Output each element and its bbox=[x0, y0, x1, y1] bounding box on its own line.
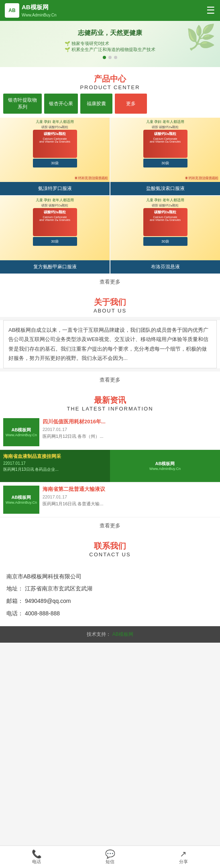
news-featured-desc: 医药网1月13日讯 各药品企业... bbox=[3, 467, 107, 472]
product-label-area-3: 复方氨酚甲麻口服液 bbox=[0, 260, 110, 274]
contact-email-label: 邮箱： bbox=[6, 598, 23, 604]
contact-phone-value: 4008-888-888 bbox=[25, 610, 60, 617]
dot-1 bbox=[103, 56, 106, 59]
product-title-cn: 产品中心 bbox=[0, 74, 220, 84]
logo-icon: AB bbox=[5, 3, 19, 18]
about-title-en: ABOUT US bbox=[0, 308, 220, 314]
bullet-1: 🌱 独家专项研究0技术 bbox=[65, 41, 155, 47]
footer: 技术支持： AB模板网 bbox=[0, 626, 220, 643]
banner-dots bbox=[8, 56, 212, 59]
contact-address: 地址： 江苏省南京市玄武区玄武湖 bbox=[6, 582, 214, 595]
product-center-title: 产品中心 PRODUCT CENTER bbox=[0, 67, 220, 94]
news-title-cn: 最新资讯 bbox=[0, 395, 220, 406]
logo-abbr: AB bbox=[8, 8, 15, 13]
product-label-4: 布洛芬混悬液 bbox=[113, 263, 218, 270]
contact-title-en: CONTACT US bbox=[6, 551, 214, 558]
dot-3 bbox=[114, 56, 117, 59]
view-more-about[interactable]: 查看更多 bbox=[0, 372, 220, 388]
product-grid: 儿童 孕妇 老年人都适用 磺胺 碳酸钙D₃颗粒 碳酸钙D₃颗粒 Calcium … bbox=[0, 118, 220, 274]
contact-title-section: 联系我们 CONTACT US bbox=[0, 534, 220, 564]
product-image-1: 儿童 孕妇 老年人都适用 磺胺 碳酸钙D₃颗粒 碳酸钙D₃颗粒 Calcium … bbox=[0, 118, 110, 182]
about-section: AB模板网自成立以来，一直专注于互联网品牌建设，我们团队的成员曾务于国内优秀广告… bbox=[0, 320, 220, 368]
menu-button[interactable]: ☰ bbox=[206, 5, 215, 16]
logo-sub: Www.AdminBuy.Cn bbox=[22, 13, 57, 17]
product-item-1[interactable]: 儿童 孕妇 老年人都适用 磺胺 碳酸钙D₃颗粒 碳酸钙D₃颗粒 Calcium … bbox=[0, 118, 110, 195]
dot-2 bbox=[108, 56, 112, 59]
contact-phone-label: 电话： bbox=[6, 610, 23, 617]
header: AB AB模板网 Www.AdminBuy.Cn ☰ bbox=[0, 0, 220, 21]
product-item-2[interactable]: 儿童 孕妇 老年人都适用 磺胺 碳酸钙D₃颗粒 碳酸钙D₃颗粒 Calcium … bbox=[110, 118, 220, 195]
news-item-3[interactable]: AB模板网 Www.AdminBuy.Cn 海南省第二批普通大输液议 22017… bbox=[0, 482, 220, 517]
news-desc-3: 医药网1月16日讯 各普通大输... bbox=[43, 501, 217, 507]
product-badge-text-4: 儿童 孕妇 老年人都适用 bbox=[110, 198, 220, 203]
tab-more[interactable]: 更多 bbox=[115, 94, 147, 114]
view-more-products[interactable]: 查看更多 bbox=[0, 274, 220, 290]
news-thumb-1: AB模板网 Www.AdminBuy.Cn bbox=[3, 418, 39, 446]
news-list: AB模板网 Www.AdminBuy.Cn 四川低值医用耗材2016年... 2… bbox=[0, 415, 220, 517]
contact-email-value: 9490489@qq.com bbox=[25, 598, 71, 604]
product-item-4[interactable]: 儿童 孕妇 老年人都适用 磺胺 碳酸钙D₃颗粒 碳酸钙D₃颗粒 Calcium … bbox=[110, 196, 220, 274]
logo-text-area: AB模板网 Www.AdminBuy.Cn bbox=[22, 4, 57, 18]
hero-banner: 🌿 志健药业，天然更健康 🌱 独家专项研究0技术 🌱 积累全生产广泛和海道的植物… bbox=[0, 21, 220, 67]
news-item-1[interactable]: AB模板网 Www.AdminBuy.Cn 四川低值医用耗材2016年... 2… bbox=[0, 415, 220, 450]
product-title-en: PRODUCT CENTER bbox=[0, 84, 220, 90]
tab-yinxing[interactable]: 银杏开心果 bbox=[44, 94, 78, 114]
contact-title-cn: 联系我们 bbox=[6, 541, 214, 551]
view-more-news[interactable]: 查看更多 bbox=[0, 517, 220, 534]
product-label-1: 氨溴特罗口服液 bbox=[2, 185, 107, 192]
product-image-2: 儿童 孕妇 老年人都适用 磺胺 碳酸钙D₃颗粒 碳酸钙D₃颗粒 Calcium … bbox=[110, 118, 220, 182]
banner-bullets: 🌱 独家专项研究0技术 🌱 积累全生产广泛和海道的植物提取生产技术 bbox=[65, 41, 155, 53]
bullet-2: 🌱 积累全生产广泛和海道的植物提取生产技术 bbox=[65, 47, 155, 53]
banner-title: 志健药业，天然更健康 bbox=[8, 29, 212, 37]
about-title: 关于我们 ABOUT US bbox=[0, 290, 220, 317]
news-featured-date: 22017.01.17 bbox=[3, 461, 107, 466]
product-tabs: 银杏叶提取物系列 银杏开心果 福康胶囊 更多 bbox=[0, 94, 220, 118]
news-featured-title: 海南省血液制品直接挂网采 bbox=[3, 453, 107, 460]
news-thumb-2: AB模板网 Www.AdminBuy.Cn bbox=[110, 450, 220, 482]
product-item-3[interactable]: 儿童 孕妇 老年人都适用 磺胺 碳酸钙D₃颗粒 碳酸钙D₃颗粒 Calcium … bbox=[0, 196, 110, 274]
footer-link[interactable]: AB模板网 bbox=[112, 631, 133, 637]
product-badge-text-1: 儿童 孕妇 老年人都适用 bbox=[0, 119, 110, 125]
news-title: 最新资讯 THE LATEST INFORMATION bbox=[0, 388, 220, 415]
product-image-3: 儿童 孕妇 老年人都适用 磺胺 碳酸钙D₃颗粒 碳酸钙D₃颗粒 Calcium … bbox=[0, 196, 110, 260]
leaf-decoration: 🌿 bbox=[186, 23, 216, 51]
contact-info-section: 南京市AB模板网科技有限公司 地址： 江苏省南京市玄武区玄武湖 邮箱： 9490… bbox=[0, 564, 220, 626]
news-desc-1: 医药网1月12日讯 各市（州）... bbox=[43, 433, 217, 439]
news-content-1: 四川低值医用耗材2016年... 22017.01.17 医药网1月12日讯 各… bbox=[43, 418, 217, 446]
contact-info: 南京市AB模板网科技有限公司 地址： 江苏省南京市玄武区玄武湖 邮箱： 9490… bbox=[6, 570, 214, 620]
about-title-cn: 关于我们 bbox=[0, 297, 220, 308]
news-item-2[interactable]: 海南省血液制品直接挂网采 22017.01.17 医药网1月13日讯 各药品企业… bbox=[0, 450, 220, 482]
news-featured-overlay: 海南省血液制品直接挂网采 22017.01.17 医药网1月13日讯 各药品企业… bbox=[0, 450, 110, 482]
product-label-area-1: 氨溴特罗口服液 bbox=[0, 182, 110, 195]
logo-text: AB模板网 bbox=[22, 4, 57, 11]
footer-text: 技术支持： bbox=[87, 631, 111, 637]
contact-address-label: 地址： bbox=[6, 585, 23, 592]
product-badge-text-2: 儿童 孕妇 老年人都适用 bbox=[110, 119, 220, 125]
tab-yinxingye[interactable]: 银杏叶提取物系列 bbox=[3, 94, 42, 114]
product-badge-text-3: 儿童 孕妇 老年人都适用 bbox=[0, 198, 110, 203]
product-label-2: 盐酸氨溴索口服液 bbox=[113, 185, 218, 192]
logo-area: AB AB模板网 Www.AdminBuy.Cn bbox=[5, 3, 57, 18]
news-date-3: 22017.01.17 bbox=[43, 494, 217, 499]
news-content-3: 海南省第二批普通大输液议 22017.01.17 医药网1月16日讯 各普通大输… bbox=[43, 486, 217, 514]
contact-address-value: 江苏省南京市玄武区玄武湖 bbox=[25, 585, 92, 592]
news-title-en: THE LATEST INFORMATION bbox=[0, 406, 220, 412]
news-title-3: 海南省第二批普通大输液议 bbox=[43, 486, 217, 493]
product-image-4: 儿童 孕妇 老年人都适用 磺胺 碳酸钙D₃颗粒 碳酸钙D₃颗粒 Calcium … bbox=[110, 196, 220, 260]
product-label-area-2: 盐酸氨溴索口服液 bbox=[110, 182, 220, 195]
contact-company: 南京市AB模板网科技有限公司 bbox=[6, 570, 214, 583]
contact-phone: 电话： 4008-888-888 bbox=[6, 607, 214, 620]
about-content: AB模板网自成立以来，一直专注于互联网品牌建设，我们团队的成员曾务于国内优秀广告… bbox=[3, 320, 217, 368]
news-date-1: 22017.01.17 bbox=[43, 427, 217, 432]
contact-email: 邮箱： 9490489@qq.com bbox=[6, 595, 214, 607]
news-title-1: 四川低值医用耗材2016年... bbox=[43, 418, 217, 425]
news-thumb-3: AB模板网 Www.AdminBuy.Cn bbox=[3, 486, 39, 514]
product-label-area-4: 布洛芬混悬液 bbox=[110, 260, 220, 274]
tab-fukang[interactable]: 福康胶囊 bbox=[80, 94, 112, 114]
product-label-3: 复方氨酚甲麻口服液 bbox=[2, 263, 107, 270]
